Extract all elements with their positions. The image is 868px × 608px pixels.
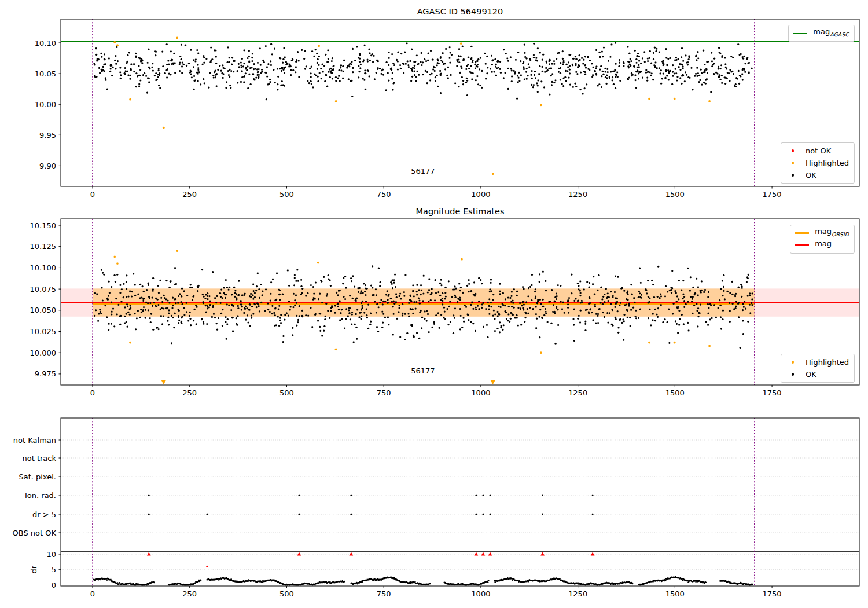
- svg-text:1750: 1750: [763, 190, 782, 199]
- svg-text:10.025: 10.025: [30, 327, 57, 336]
- svg-text:250: 250: [182, 389, 197, 397]
- svg-text:10.00: 10.00: [35, 100, 56, 109]
- svg-text:not Kalman: not Kalman: [13, 436, 56, 445]
- legend-label: Highlighted: [806, 357, 849, 368]
- legend-row: Highlighted: [785, 157, 849, 169]
- legend-label: not OK: [806, 145, 831, 157]
- svg-text:10: 10: [46, 550, 56, 559]
- legend-label-subscript: AGASC: [830, 31, 849, 38]
- mag-line-swatch: [795, 244, 810, 246]
- svg-text:0: 0: [52, 581, 56, 589]
- svg-text:10.000: 10.000: [30, 349, 57, 357]
- mag-agasc-line-swatch: [793, 33, 808, 34]
- legend-label: Highlighted: [806, 158, 849, 169]
- svg-text:0: 0: [90, 389, 95, 397]
- legend-row: not OK: [785, 145, 849, 157]
- svg-text:1250: 1250: [568, 389, 587, 397]
- svg-text:750: 750: [377, 190, 391, 199]
- legend-label: mag: [813, 27, 830, 36]
- svg-text:10.075: 10.075: [30, 285, 57, 294]
- not-ok-dot-swatch: [785, 149, 800, 152]
- svg-text:0: 0: [90, 190, 95, 199]
- plot3-area: 02505007501000125015001750not Kalmannot …: [13, 418, 860, 598]
- highlighted-dot-swatch: [785, 162, 800, 164]
- legend-label-subscript: OBSID: [832, 231, 849, 237]
- svg-text:5: 5: [52, 565, 56, 574]
- legend-row: Highlighted: [785, 356, 849, 368]
- svg-text:1000: 1000: [471, 589, 490, 598]
- svg-text:Sat. pixel.: Sat. pixel.: [19, 473, 56, 481]
- svg-text:750: 750: [377, 589, 391, 598]
- svg-text:Ion. rad.: Ion. rad.: [25, 491, 56, 500]
- ok-dot-swatch: [785, 174, 800, 177]
- svg-text:1500: 1500: [665, 190, 685, 199]
- mag-obsid-line-swatch: [795, 232, 810, 235]
- svg-text:1500: 1500: [665, 389, 685, 397]
- plot1-legend-points: not OK Highlighted OK: [781, 142, 855, 184]
- plot1-area: 56177025050075010001250150017509.909.951…: [35, 19, 859, 199]
- plot2-legend-points: Highlighted OK: [781, 354, 855, 383]
- svg-text:500: 500: [279, 589, 294, 598]
- svg-text:1250: 1250: [568, 589, 587, 598]
- svg-text:10.125: 10.125: [30, 242, 57, 251]
- svg-text:9.975: 9.975: [35, 369, 56, 378]
- legend-row: OK: [785, 169, 849, 181]
- figure: 56177025050075010001250150017509.909.951…: [0, 0, 868, 608]
- highlighted-dot-swatch: [785, 361, 800, 364]
- legend-row: mag: [795, 239, 849, 251]
- svg-text:9.90: 9.90: [39, 162, 56, 170]
- svg-text:1000: 1000: [471, 389, 490, 397]
- svg-text:OBS not OK: OBS not OK: [13, 529, 57, 537]
- plot2-legend-lines: magOBSID mag: [790, 225, 855, 254]
- legend-label: OK: [806, 170, 816, 181]
- legend-label: OK: [806, 369, 816, 380]
- legend-label: mag: [815, 239, 832, 248]
- svg-text:1750: 1750: [763, 389, 782, 397]
- legend-row: OK: [785, 368, 849, 380]
- plot1-title: AGASC ID 56499120: [61, 7, 859, 16]
- svg-text:500: 500: [279, 389, 294, 397]
- svg-text:10.050: 10.050: [30, 306, 57, 314]
- legend-label: mag: [815, 227, 832, 236]
- svg-text:250: 250: [182, 190, 197, 199]
- svg-text:1250: 1250: [568, 190, 587, 199]
- legend-row: magAGASC: [793, 27, 849, 39]
- svg-text:250: 250: [182, 589, 197, 598]
- svg-text:10.05: 10.05: [35, 69, 56, 78]
- svg-text:10.150: 10.150: [30, 221, 57, 230]
- svg-text:1750: 1750: [763, 589, 782, 598]
- dr-axis-label: dr: [30, 565, 38, 573]
- svg-text:dr > 5: dr > 5: [32, 510, 56, 519]
- legend-row: magOBSID: [795, 227, 849, 239]
- plot2-title: Magnitude Estimates: [61, 207, 859, 216]
- svg-text:9.95: 9.95: [39, 131, 56, 140]
- svg-text:1000: 1000: [471, 190, 490, 199]
- ok-dot-swatch: [785, 373, 800, 376]
- svg-text:750: 750: [377, 389, 391, 397]
- plot1-legend-line: magAGASC: [788, 25, 855, 42]
- plots-canvas: 56177025050075010001250150017509.909.951…: [0, 0, 868, 608]
- svg-text:56177: 56177: [411, 167, 435, 175]
- svg-text:1500: 1500: [665, 589, 685, 598]
- svg-text:56177: 56177: [411, 367, 435, 375]
- svg-text:500: 500: [279, 190, 294, 199]
- svg-text:10.100: 10.100: [30, 263, 57, 272]
- svg-text:10.10: 10.10: [35, 39, 56, 47]
- svg-text:0: 0: [90, 589, 95, 598]
- svg-text:not track: not track: [22, 454, 56, 463]
- plot2-area: 56177025050075010001250150017509.97510.0…: [30, 219, 860, 397]
